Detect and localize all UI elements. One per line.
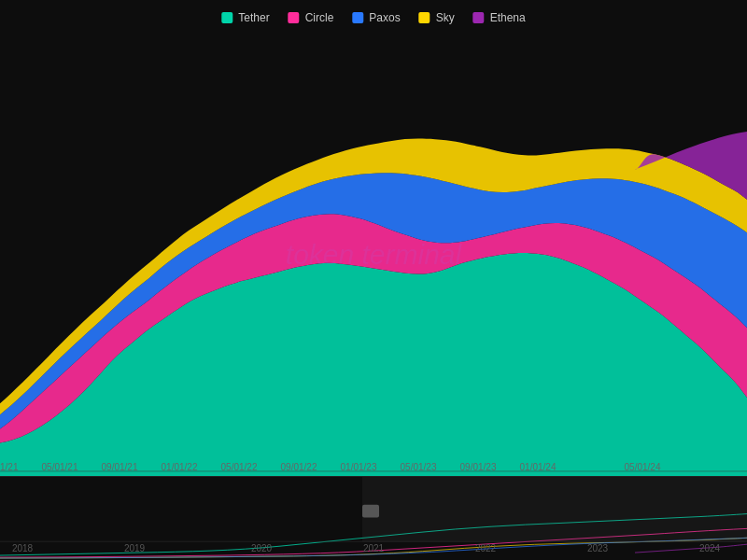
x-axis-label: 05/01/24 xyxy=(625,462,661,472)
legend-item-circle: Circle xyxy=(289,11,334,24)
x-axis-labels: 01/01/2105/01/2109/01/2101/01/2205/01/22… xyxy=(0,457,747,476)
chart-container: TetherCirclePaxosSkyEthena token termina… xyxy=(0,0,747,560)
legend-item-paxos: Paxos xyxy=(352,11,400,24)
mini-x-label: 2019 xyxy=(124,543,145,553)
main-chart-svg: token terminal xyxy=(0,37,747,476)
legend-label-paxos: Paxos xyxy=(369,11,400,24)
mini-chart-labels: 2018201920202021202220232024 xyxy=(0,543,747,558)
legend-color-tether xyxy=(221,12,233,23)
svg-rect-4 xyxy=(362,477,747,541)
x-axis-label: 05/01/21 xyxy=(42,462,78,472)
legend-label-circle: Circle xyxy=(305,11,334,24)
legend-color-sky xyxy=(419,12,430,23)
mini-x-label: 2023 xyxy=(587,543,608,553)
main-chart: token terminal 01/01/2105/01/2109/01/210… xyxy=(0,37,747,476)
mini-x-label: 2018 xyxy=(12,543,33,553)
x-axis-label: 09/01/21 xyxy=(102,462,138,472)
legend-color-ethena xyxy=(473,12,485,23)
x-axis-label: 01/01/23 xyxy=(341,462,377,472)
x-axis-label: 01/01/21 xyxy=(0,462,18,472)
chart-legend: TetherCirclePaxosSkyEthena xyxy=(203,0,543,35)
x-axis-label: 05/01/23 xyxy=(401,462,437,472)
legend-color-paxos xyxy=(352,12,363,23)
mini-x-label: 2024 xyxy=(699,543,720,553)
x-axis-label: 01/01/24 xyxy=(520,462,557,472)
mini-chart[interactable]: 2018201920202021202220232024 xyxy=(0,476,747,560)
legend-label-tether: Tether xyxy=(238,11,269,24)
x-axis-label: 09/01/23 xyxy=(460,462,497,472)
legend-label-ethena: Ethena xyxy=(490,11,526,24)
legend-color-circle xyxy=(289,12,300,23)
mini-x-label: 2021 xyxy=(363,543,384,553)
mini-x-label: 2020 xyxy=(251,543,272,553)
legend-item-sky: Sky xyxy=(419,11,455,24)
x-axis-label: 05/01/22 xyxy=(221,462,258,472)
x-axis-label: 09/01/22 xyxy=(281,462,317,472)
legend-label-sky: Sky xyxy=(436,11,455,24)
legend-item-ethena: Ethena xyxy=(473,11,526,24)
watermark-text: token terminal xyxy=(286,238,463,269)
legend-item-tether: Tether xyxy=(221,11,269,24)
x-axis-label: 01/01/22 xyxy=(162,462,198,472)
mini-x-label: 2022 xyxy=(475,543,496,553)
